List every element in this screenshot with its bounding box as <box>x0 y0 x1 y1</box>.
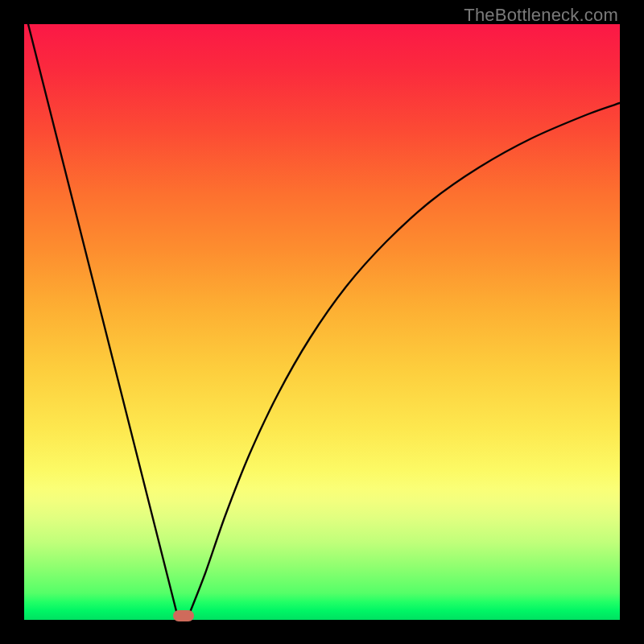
watermark-text: TheBottleneck.com <box>464 5 618 26</box>
bottleneck-curve <box>24 24 620 620</box>
valley-marker <box>173 610 194 621</box>
plot-area <box>24 24 620 620</box>
curve-right-branch <box>189 103 620 614</box>
chart-frame: TheBottleneck.com <box>0 0 644 644</box>
curve-left-branch <box>28 24 177 614</box>
